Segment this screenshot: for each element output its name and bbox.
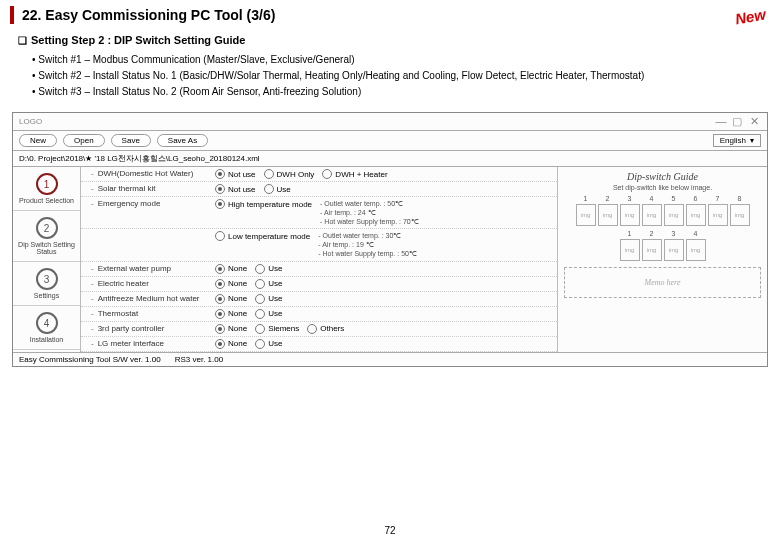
setting-row: -Solar thermal kitNot useUse [81,182,557,197]
dip-image: img [620,239,640,261]
step-2[interactable]: 2Dip Switch Setting Status [13,211,80,262]
option[interactable]: Others [307,324,344,334]
status-sw-version: Easy Commissioning Tool S/W ver. 1.00 [19,355,161,364]
dip-image: img [642,204,662,226]
dip-image: img [598,204,618,226]
setting-label: Thermostat [98,309,138,318]
option[interactable]: High temperature mode [215,199,312,209]
app-logo: LOGO [19,117,42,126]
radio-icon [215,279,225,289]
step-1[interactable]: 1Product Selection [13,167,80,211]
option[interactable]: Use [255,339,282,349]
dip-number: 7 [708,195,728,202]
setting-label: 3rd party controller [98,324,165,333]
dip-image: img [686,239,706,261]
option-label: Use [268,279,282,288]
option-label: Siemens [268,324,299,333]
minimize-icon[interactable]: — [714,115,728,127]
radio-icon [307,324,317,334]
setting-label: LG meter interface [98,339,164,348]
dip-number: 3 [620,195,640,202]
option-label: Use [268,294,282,303]
option[interactable]: Low temperature mode [215,231,310,241]
setting-label: Electric heater [98,279,149,288]
option[interactable]: Use [264,184,291,194]
language-select[interactable]: English▾ [713,134,761,147]
option-label: DWH Only [277,170,315,179]
option[interactable]: None [215,294,247,304]
option[interactable]: DWH Only [264,169,315,179]
option[interactable]: None [215,324,247,334]
bullet-item: • Switch #3 – Install Status No. 2 (Room… [32,84,762,100]
dip-image: img [730,204,750,226]
setting-row: -ThermostatNoneUse [81,307,557,322]
option[interactable]: None [215,309,247,319]
setting-row: -DWH(Domestic Hot Water)Not useDWH OnlyD… [81,167,557,182]
setting-row: -Electric heaterNoneUse [81,277,557,292]
step-sidebar: 1Product Selection2Dip Switch Setting St… [13,167,81,352]
setting-row: -External water pumpNoneUse [81,262,557,277]
dip-image: img [664,239,684,261]
dip-number: 1 [576,195,596,202]
status-rs-version: RS3 ver. 1.00 [175,355,223,364]
radio-icon [215,231,225,241]
option[interactable]: Use [255,279,282,289]
setting-row: -Antifreeze Medium hot waterNoneUse [81,292,557,307]
option[interactable]: Use [255,309,282,319]
maximize-icon[interactable]: ▢ [730,115,744,128]
radio-icon [264,169,274,179]
step-label: Product Selection [15,197,78,204]
option-label: None [228,339,247,348]
option[interactable]: Siemens [255,324,299,334]
dip-image: img [620,204,640,226]
option[interactable]: Use [255,264,282,274]
option[interactable]: Use [255,294,282,304]
option-label: None [228,324,247,333]
dip-number: 4 [686,230,706,237]
dip-number: 8 [730,195,750,202]
file-path: D:\0. Project\2018\★ '18 LG전자시흥힐스\LG_seo… [13,151,767,167]
guide-subtitle: Set dip-switch like below image. [564,184,761,191]
radio-icon [215,324,225,334]
option-label: Not use [228,185,256,194]
option-label: Others [320,324,344,333]
close-icon[interactable]: ✕ [747,115,761,128]
option-label: Use [277,185,291,194]
option[interactable]: None [215,264,247,274]
option-label: High temperature mode [228,200,312,209]
radio-icon [215,294,225,304]
app-window: LOGO — ▢ ✕ New Open Save Save As English… [12,112,768,367]
option[interactable]: Not use [215,184,256,194]
page-title: 22. Easy Commissioning PC Tool (3/6) [22,7,275,23]
step-4[interactable]: 4Installation [13,306,80,350]
setting-label: Emergency mode [98,199,161,208]
guide-panel: Dip-switch Guide Set dip-switch like bel… [557,167,767,352]
option-label: None [228,294,247,303]
radio-icon [255,309,265,319]
dip-image: img [686,204,706,226]
setting-row: Low temperature mode- Outlet water temp.… [81,229,557,261]
saveas-button[interactable]: Save As [157,134,208,147]
option[interactable]: None [215,339,247,349]
dip-number: 2 [642,230,662,237]
dip-number: 3 [664,230,684,237]
option[interactable]: None [215,279,247,289]
new-button[interactable]: New [19,134,57,147]
radio-icon [255,264,265,274]
dip-image: img [708,204,728,226]
save-button[interactable]: Save [111,134,151,147]
open-button[interactable]: Open [63,134,105,147]
setting-label: External water pump [98,264,171,273]
radio-icon [322,169,332,179]
option-label: Low temperature mode [228,232,310,241]
radio-icon [255,339,265,349]
memo-area[interactable]: Memo here [564,267,761,298]
radio-icon [215,309,225,319]
step-3[interactable]: 3Settings [13,262,80,306]
setting-row: -3rd party controllerNoneSiemensOthers [81,322,557,337]
option[interactable]: Not use [215,169,256,179]
option-label: Use [268,339,282,348]
option-label: Not use [228,170,256,179]
setting-label: DWH(Domestic Hot Water) [98,169,194,178]
option[interactable]: DWH + Heater [322,169,387,179]
